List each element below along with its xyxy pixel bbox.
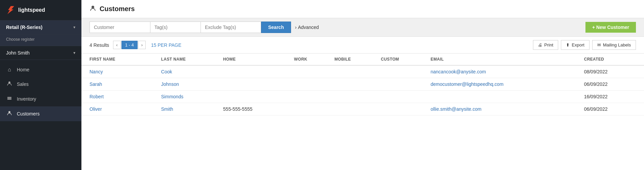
cell-email — [431, 91, 584, 103]
cell-custom — [381, 103, 431, 115]
cell-created: 06/09/2022 — [584, 103, 644, 115]
cell-home — [223, 78, 294, 91]
search-button[interactable]: Search — [261, 22, 291, 33]
svg-marker-0 — [7, 6, 14, 14]
customers-icon — [6, 110, 13, 117]
advanced-chevron-icon: › — [295, 25, 297, 30]
svg-rect-4 — [7, 99, 11, 100]
cell-mobile — [334, 65, 381, 78]
cell-mobile — [334, 91, 381, 103]
sidebar-item-sales[interactable]: Sales — [0, 77, 81, 92]
print-icon: 🖨 — [538, 42, 542, 47]
home-icon: ⌂ — [6, 67, 13, 73]
table-row: NancyCooknancancook@anysite.com08/09/202… — [81, 65, 644, 78]
col-last-name: LAST NAME — [161, 54, 223, 65]
cell-created: 06/09/2022 — [584, 78, 644, 91]
col-first-name: FIRST NAME — [81, 54, 161, 65]
cell-created: 16/09/2022 — [584, 91, 644, 103]
cell-first-name[interactable]: Nancy — [81, 65, 161, 78]
user-name: John Smith — [6, 50, 30, 56]
svg-point-1 — [8, 81, 10, 83]
table-row: SarahJohnsondemocustomer@lightspeedhq.co… — [81, 78, 644, 91]
svg-rect-3 — [7, 98, 11, 99]
mail-icon: ✉ — [597, 42, 601, 47]
user-chevron-icon: ▾ — [73, 50, 75, 55]
cell-home: 555-555-5555 — [223, 103, 294, 115]
sidebar-logo: lightspeed — [0, 0, 81, 21]
svg-rect-2 — [7, 97, 11, 98]
sidebar-item-inventory[interactable]: Inventory — [0, 92, 81, 106]
table-row: RobertSimmonds16/09/2022 — [81, 91, 644, 103]
cell-last-name[interactable]: Johnson — [161, 78, 223, 91]
search-bar: Search › Advanced + New Customer — [81, 18, 644, 37]
sidebar-item-sales-label: Sales — [17, 81, 29, 87]
cell-email[interactable]: nancancook@anysite.com — [431, 65, 584, 78]
main-content: Customers Search › Advanced + New Custom… — [81, 0, 644, 170]
export-button[interactable]: ⬆ Export — [561, 40, 589, 50]
sidebar-item-customers-label: Customers — [17, 111, 40, 116]
cell-last-name[interactable]: Smith — [161, 103, 223, 115]
table-row: OliverSmith555-555-5555ollie.smith@anysi… — [81, 103, 644, 115]
customer-search-input[interactable] — [90, 22, 150, 33]
page-header: Customers — [81, 0, 644, 18]
cell-last-name[interactable]: Simmonds — [161, 91, 223, 103]
cell-mobile — [334, 78, 381, 91]
cell-mobile — [334, 103, 381, 115]
lightspeed-logo-icon — [6, 5, 15, 15]
cell-email[interactable]: democustomer@lightspeedhq.com — [431, 78, 584, 91]
cell-first-name[interactable]: Sarah — [81, 78, 161, 91]
sidebar-item-inventory-label: Inventory — [17, 96, 36, 102]
col-custom: CUSTOM — [381, 54, 431, 65]
cell-first-name[interactable]: Oliver — [81, 103, 161, 115]
sidebar-item-customers[interactable]: Customers — [0, 106, 81, 121]
svg-point-5 — [8, 111, 10, 113]
mailing-labels-button[interactable]: ✉ Mailing Labels — [592, 40, 636, 50]
exclude-tags-search-input[interactable] — [201, 22, 261, 33]
table-controls: 4 Results ‹ 1 - 4 › 15 PER PAGE 🖨 Print … — [81, 37, 644, 54]
svg-point-6 — [92, 6, 94, 8]
new-customer-button[interactable]: + New Customer — [585, 22, 636, 33]
col-mobile: MOBILE — [334, 54, 381, 65]
store-selector[interactable]: Retail (R-Series) ▾ — [0, 21, 81, 34]
pagination-current: 1 - 4 — [121, 41, 138, 49]
cell-work — [294, 103, 334, 115]
pagination-prev-button[interactable]: ‹ — [113, 41, 120, 49]
sidebar-nav: ⌂ Home Sales Inventory — [0, 60, 81, 170]
export-icon: ⬆ — [566, 42, 570, 47]
advanced-search-button[interactable]: › Advanced — [291, 22, 323, 33]
pagination-next-button[interactable]: › — [138, 41, 146, 49]
sidebar-item-home[interactable]: ⌂ Home — [0, 63, 81, 77]
page-header-icon — [90, 5, 96, 13]
inventory-icon — [6, 96, 13, 102]
sidebar: lightspeed Retail (R-Series) ▾ Choose re… — [0, 0, 81, 170]
cell-created: 08/09/2022 — [584, 65, 644, 78]
sidebar-item-home-label: Home — [17, 67, 29, 72]
store-name: Retail (R-Series) — [6, 25, 42, 30]
cell-email[interactable]: ollie.smith@anysite.com — [431, 103, 584, 115]
results-count: 4 Results — [90, 42, 109, 48]
cell-custom — [381, 78, 431, 91]
col-home: HOME — [223, 54, 294, 65]
cell-work — [294, 78, 334, 91]
sidebar-logo-text: lightspeed — [18, 7, 45, 13]
per-page-button[interactable]: 15 PER PAGE — [151, 42, 181, 48]
col-created: CREATED — [584, 54, 644, 65]
store-chevron-icon: ▾ — [73, 25, 75, 30]
tags-search-input[interactable] — [150, 22, 201, 33]
table-actions: 🖨 Print ⬆ Export ✉ Mailing Labels — [533, 40, 636, 50]
cell-home — [223, 65, 294, 78]
user-selector[interactable]: John Smith ▾ — [0, 46, 81, 60]
print-button[interactable]: 🖨 Print — [533, 40, 559, 50]
cell-custom — [381, 91, 431, 103]
col-work: WORK — [294, 54, 334, 65]
register-label: Choose register — [6, 37, 35, 42]
cell-last-name[interactable]: Cook — [161, 65, 223, 78]
pagination: ‹ 1 - 4 › — [113, 41, 146, 49]
cell-first-name[interactable]: Robert — [81, 91, 161, 103]
cell-home — [223, 91, 294, 103]
table-header-row: FIRST NAME LAST NAME HOME WORK MOBILE CU… — [81, 54, 644, 65]
customers-table: FIRST NAME LAST NAME HOME WORK MOBILE CU… — [81, 54, 644, 170]
register-selector[interactable]: Choose register — [0, 34, 81, 46]
page-title: Customers — [100, 5, 135, 13]
cell-work — [294, 91, 334, 103]
